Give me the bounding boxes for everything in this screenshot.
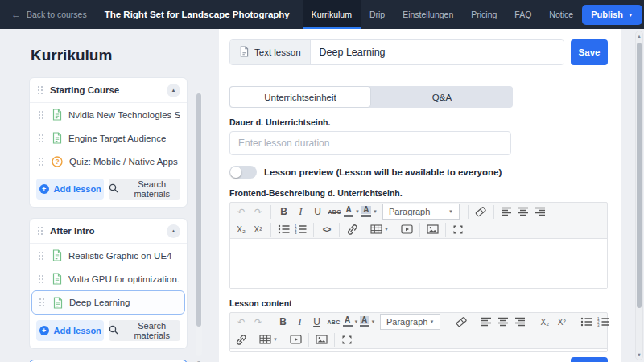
svg-text:3: 3 [597, 323, 600, 327]
align-right-icon[interactable] [533, 204, 548, 220]
superscript-icon[interactable]: X² [250, 221, 266, 237]
frontend-editor-textarea[interactable] [230, 238, 607, 288]
tab-unterrichtseinheit[interactable]: Unterrichtseinheit [229, 86, 371, 108]
drag-handle-icon[interactable] [38, 157, 44, 167]
strikethrough-icon[interactable]: ABC [327, 204, 342, 220]
lesson-item[interactable]: Engine Target Audience [30, 126, 187, 150]
unordered-list-icon[interactable] [579, 314, 594, 330]
section-header[interactable]: After Intro▲ [30, 219, 187, 244]
save-button-bottom[interactable]: Save [571, 357, 608, 362]
bg-color-icon[interactable]: A▼ [360, 314, 375, 330]
drag-handle-icon[interactable] [39, 298, 45, 307]
save-button-top[interactable]: Save [571, 39, 608, 65]
underline-icon[interactable]: U [309, 314, 324, 330]
bg-color-icon[interactable]: A▼ [361, 204, 378, 220]
lesson-item[interactable]: Realistic Graphic on UE4 [30, 244, 187, 267]
sidebar-scrollbar[interactable]: ▼ [196, 90, 202, 356]
topbar-tab-faq[interactable]: FAQ [506, 0, 540, 29]
back-arrow-icon: ← [11, 9, 21, 20]
paragraph-format-dropdown[interactable]: Paragraph▼ [380, 314, 440, 330]
redo-icon[interactable]: ↷ [250, 314, 266, 330]
drag-handle-icon[interactable] [37, 85, 43, 95]
italic-icon[interactable]: I [292, 314, 308, 330]
paragraph-format-dropdown[interactable]: Paragraph▼ [382, 204, 460, 220]
align-right-icon[interactable] [512, 314, 527, 330]
lesson-preview-toggle[interactable] [229, 166, 257, 179]
drag-handle-icon[interactable] [38, 134, 44, 143]
image-icon[interactable] [425, 221, 440, 237]
lesson-item[interactable]: Deep Learning [31, 290, 185, 315]
subscript-icon[interactable]: X₂ [233, 221, 249, 237]
redo-icon[interactable]: ↷ [250, 204, 266, 220]
bold-icon[interactable]: B [275, 314, 291, 330]
table-icon[interactable]: ▼ [259, 331, 278, 348]
collapse-section-button[interactable]: ▲ [167, 224, 180, 238]
duration-input[interactable] [229, 131, 511, 155]
strikethrough-icon[interactable]: ABC [326, 314, 341, 330]
fullscreen-icon[interactable] [340, 331, 355, 348]
code-icon[interactable]: <> [621, 314, 621, 330]
superscript-icon[interactable]: X² [554, 314, 569, 330]
align-center-icon[interactable] [516, 204, 531, 220]
undo-icon[interactable]: ↶ [233, 314, 249, 330]
clear-formatting-icon[interactable] [453, 314, 469, 330]
collapse-section-button[interactable]: ▲ [167, 84, 180, 97]
section-actions: +Add lessonSearch materials [30, 315, 187, 348]
quiz-item[interactable]: ?Quiz: Mobile / Native Apps [30, 150, 187, 173]
media-icon[interactable] [399, 221, 415, 237]
ordered-list-icon[interactable]: 123 [293, 221, 308, 237]
drag-handle-icon[interactable] [38, 110, 44, 120]
topbar-tab-einstellungen[interactable]: Einstellungen [394, 0, 462, 29]
bold-icon[interactable]: B [276, 204, 291, 220]
drag-handle-icon[interactable] [37, 226, 43, 236]
text-color-icon[interactable]: A▼ [343, 314, 358, 330]
table-icon[interactable]: ▼ [370, 221, 389, 237]
image-icon[interactable] [314, 331, 329, 348]
clear-formatting-icon[interactable] [473, 204, 489, 220]
align-left-icon[interactable] [499, 204, 514, 220]
lesson-item[interactable]: Volta GPU for optimization. [30, 267, 187, 290]
back-to-courses-link[interactable]: ← Back to courses [0, 9, 87, 20]
search-materials-label: Search materials [123, 179, 180, 199]
link-icon[interactable] [345, 221, 360, 237]
media-icon[interactable] [288, 331, 303, 348]
drag-handle-icon[interactable] [38, 274, 44, 284]
lesson-title-input[interactable] [311, 40, 564, 64]
publish-button[interactable]: Publish ▼ [582, 5, 642, 25]
underline-icon[interactable]: U [310, 204, 325, 220]
topbar-tab-pricing[interactable]: Pricing [462, 0, 506, 29]
sidebar-scrollbar-thumb[interactable] [196, 93, 201, 327]
topbar-tab-drip[interactable]: Drip [361, 0, 394, 29]
scroll-up-icon[interactable]: ▲ [636, 34, 642, 39]
link-icon[interactable] [233, 331, 249, 348]
page-scrollbar-thumb[interactable] [637, 43, 642, 308]
topbar-tab-notice[interactable]: Notice [540, 0, 582, 29]
lesson-preview-label: Lesson preview (Lesson will be available… [264, 167, 502, 177]
section-header[interactable]: Starting Course▲ [30, 78, 187, 103]
drag-handle-icon[interactable] [38, 251, 44, 261]
page-scrollbar[interactable]: ▲ ▼ [635, 31, 643, 360]
add-lesson-button[interactable]: +Add lesson [36, 320, 104, 341]
italic-icon[interactable]: I [293, 204, 308, 220]
add-lesson-button[interactable]: +Add lesson [36, 179, 104, 200]
scroll-down-icon[interactable]: ▼ [636, 352, 642, 357]
add-lesson-label: Add lesson [54, 184, 101, 194]
lesson-icon [52, 132, 62, 144]
align-left-icon[interactable] [478, 314, 493, 330]
search-materials-button[interactable]: Search materials [109, 320, 180, 341]
text-color-icon[interactable]: A▼ [344, 204, 360, 220]
subscript-icon[interactable]: X₂ [537, 314, 552, 330]
unordered-list-icon[interactable] [276, 221, 291, 237]
ordered-list-icon[interactable]: 123 [596, 314, 611, 330]
item-label: Volta GPU for optimization. [68, 274, 180, 284]
lesson-content-textarea[interactable] [230, 348, 607, 351]
undo-icon[interactable]: ↶ [233, 204, 249, 220]
fullscreen-icon[interactable] [451, 221, 466, 237]
code-icon[interactable]: <> [319, 221, 334, 237]
align-center-icon[interactable] [495, 314, 510, 330]
topbar-tab-kurrikulum[interactable]: Kurrikulum [303, 0, 361, 29]
search-materials-button[interactable]: Search materials [109, 179, 180, 200]
tab-qa[interactable]: Q&A [371, 86, 513, 108]
chevron-down-icon: ▼ [628, 12, 634, 18]
lesson-item[interactable]: Nvidia New Technologies Slides [30, 103, 187, 126]
